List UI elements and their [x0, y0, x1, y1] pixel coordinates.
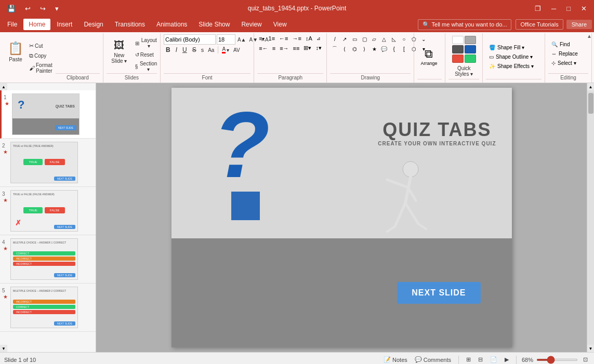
panel-scroll-up[interactable]: ▲: [0, 83, 7, 90]
save-button[interactable]: 💾: [4, 4, 19, 14]
line-spacing-button[interactable]: ↕▾: [314, 44, 323, 52]
ribbon-collapse-button[interactable]: ▲: [587, 33, 592, 39]
qs-cell-1[interactable]: [452, 36, 464, 44]
convert-smartart-button[interactable]: ⊿: [315, 35, 322, 42]
shape-rtriangle[interactable]: ◺: [389, 34, 399, 44]
shape-arrow[interactable]: ↗: [340, 34, 349, 44]
select-button[interactable]: ⊹ Select ▾: [548, 59, 581, 67]
scroll-up-arrow[interactable]: ▲: [587, 83, 595, 90]
menu-design[interactable]: Design: [78, 19, 108, 30]
format-painter-button[interactable]: 🖌 Format Painter: [27, 61, 55, 75]
columns-button[interactable]: ⊞▾: [302, 44, 313, 52]
qs-cell-6[interactable]: [465, 55, 476, 63]
menu-review[interactable]: Review: [236, 19, 267, 30]
section-button[interactable]: § Section ▾: [133, 60, 160, 73]
shape-rect[interactable]: ▭: [350, 34, 359, 44]
cut-button[interactable]: ✂ Cut: [27, 42, 55, 50]
layout-button[interactable]: ⊞ Layout ▾: [133, 36, 160, 50]
numbered-button[interactable]: 1≡: [267, 34, 277, 43]
menu-animations[interactable]: Animations: [151, 19, 192, 30]
shape-bracket[interactable]: [: [399, 44, 408, 53]
font-size-input[interactable]: [217, 34, 235, 45]
shape-oval[interactable]: ○: [399, 34, 408, 44]
customize-button[interactable]: ▾: [52, 4, 62, 14]
underline-button[interactable]: U: [180, 46, 189, 54]
slideshow-button[interactable]: ▶: [503, 355, 511, 364]
next-slide-button[interactable]: NEXT SLIDE: [397, 282, 480, 304]
bullets-button[interactable]: ≡•: [257, 34, 266, 43]
menu-home[interactable]: Home: [23, 19, 50, 30]
reading-view-button[interactable]: 📄: [488, 355, 499, 364]
panel-scroll-down[interactable]: ▼: [0, 345, 7, 352]
menu-slideshow[interactable]: Slide Show: [193, 19, 235, 30]
undo-button[interactable]: ↩: [22, 4, 34, 14]
close-button[interactable]: ✕: [578, 4, 590, 14]
qs-cell-3[interactable]: [452, 45, 464, 53]
zoom-fit-button[interactable]: ⊡: [581, 355, 590, 364]
find-button[interactable]: 🔍 Find: [548, 41, 581, 48]
notes-button[interactable]: 📝 Notes: [381, 355, 410, 364]
minimize-button[interactable]: ─: [548, 4, 559, 14]
justify-button[interactable]: ≡≡: [292, 44, 301, 52]
menu-insert[interactable]: Insert: [51, 19, 77, 30]
shape-star[interactable]: ★: [369, 44, 379, 53]
menu-transitions[interactable]: Transitions: [110, 19, 150, 30]
text-direction-button[interactable]: ↕A: [304, 34, 314, 43]
shape-deco3[interactable]: ⟩: [360, 44, 369, 53]
reset-button[interactable]: ↺ Reset: [133, 51, 160, 59]
bold-button[interactable]: B: [164, 46, 173, 54]
qs-cell-4[interactable]: [465, 45, 476, 53]
font-color-button[interactable]: A▾: [220, 46, 231, 54]
align-center-button[interactable]: ≡: [271, 44, 277, 52]
change-case-button[interactable]: Aa: [206, 47, 216, 53]
scroll-down-arrow[interactable]: ▼: [587, 345, 595, 352]
shape-parallelogram[interactable]: ▱: [369, 34, 379, 44]
zoom-slider[interactable]: [536, 359, 578, 361]
menu-file[interactable]: File: [2, 19, 22, 30]
copy-button[interactable]: ⧉ Copy: [27, 51, 55, 60]
qs-cell-2[interactable]: [465, 36, 476, 44]
slide-thumb-2[interactable]: 2 ★ TRUE or FALSE (TRUE ANSWER) TRUE FAL…: [0, 139, 96, 187]
restore-button[interactable]: ❐: [532, 4, 544, 14]
increase-font-button[interactable]: A▲: [236, 36, 247, 43]
shape-fill-button[interactable]: 🪣 Shape Fill ▾: [486, 44, 537, 51]
arrange-button[interactable]: ⧉ Arrange: [417, 39, 440, 74]
menu-view[interactable]: View: [268, 19, 292, 30]
qs-cell-5[interactable]: [452, 55, 464, 63]
italic-button[interactable]: I: [174, 46, 179, 54]
slide-thumb-5[interactable]: 5 ★ MULTIPLE CHOICE – ANSWER 2 CORRECT I…: [0, 284, 96, 332]
slide-thumb-1[interactable]: 1 ★ ? QUIZ TABS NEXT SLIDE: [0, 90, 96, 139]
shadow-button[interactable]: s: [200, 46, 206, 53]
font-family-input[interactable]: [164, 34, 216, 45]
share-button[interactable]: Share: [566, 20, 592, 29]
shape-line[interactable]: /: [330, 34, 339, 44]
char-spacing-button[interactable]: AV: [232, 47, 242, 53]
slide-sorter-button[interactable]: ⊟: [476, 355, 485, 364]
paste-button[interactable]: 📋 Paste: [5, 34, 26, 69]
help-search-icon[interactable]: 🔍 Tell me what you want to do...: [418, 19, 512, 30]
maximize-button[interactable]: □: [563, 4, 574, 14]
slide-thumb-3[interactable]: 3 ★ TRUE or FALSE (FALSE ANSWER) TRUE FA…: [0, 187, 96, 235]
replace-button[interactable]: ↔ Replace: [548, 50, 581, 58]
office-tutorials-button[interactable]: Office Tutorials: [516, 19, 563, 30]
comments-button[interactable]: 💬 Comments: [413, 355, 453, 364]
shape-curve[interactable]: ⌒: [330, 44, 339, 53]
shape-deco1[interactable]: ⟨: [340, 44, 349, 53]
quick-styles-button[interactable]: Quick Styles ▾: [448, 65, 479, 77]
redo-button[interactable]: ↪: [37, 4, 49, 14]
normal-view-button[interactable]: ⊞: [464, 355, 473, 364]
shape-brace[interactable]: {: [389, 44, 399, 53]
dec-indent-button[interactable]: ←≡: [278, 34, 289, 43]
shape-outline-button[interactable]: ▭ Shape Outline ▾: [486, 53, 537, 61]
align-right-button[interactable]: ≡→: [278, 44, 290, 52]
shape-deco2[interactable]: ⌬: [350, 44, 359, 53]
shape-triangle[interactable]: △: [379, 34, 389, 44]
align-left-button[interactable]: ≡←: [257, 44, 269, 52]
shape-callout[interactable]: 💬: [379, 44, 389, 53]
shape-effects-button[interactable]: ✨ Shape Effects ▾: [486, 62, 537, 70]
slide-thumb-4[interactable]: 4 ★ MULTIPLE CHOICE – ANSWER 1 CORRECT C…: [0, 235, 96, 284]
new-slide-button[interactable]: 🖼 New Slide ▾: [107, 34, 132, 69]
strikethrough-button[interactable]: S: [190, 46, 199, 54]
inc-indent-button[interactable]: →≡: [291, 34, 303, 43]
scroll-thumb[interactable]: [588, 93, 593, 114]
